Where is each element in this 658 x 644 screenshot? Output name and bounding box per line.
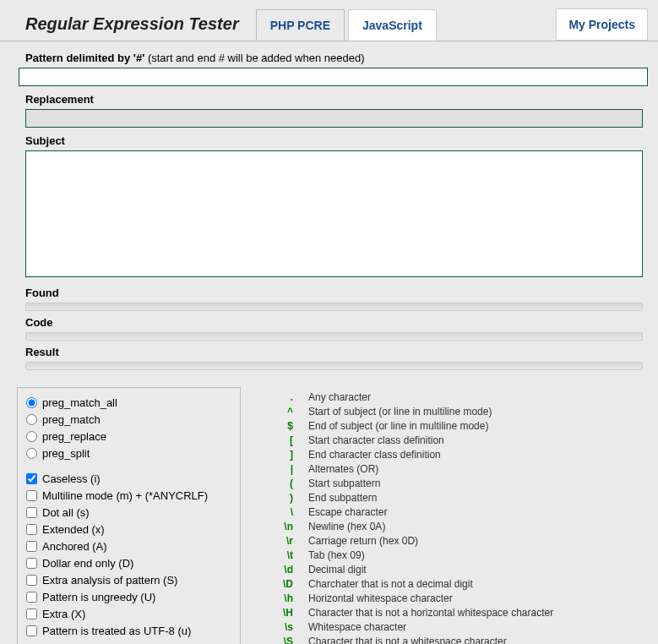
code-output-bar (25, 332, 643, 341)
replacement-label: Replacement (25, 93, 643, 106)
checkbox-dollar[interactable] (26, 558, 37, 569)
checkbox-anchored[interactable] (26, 541, 37, 552)
checkbox-utf8[interactable] (26, 625, 37, 636)
func-preg-match-all[interactable]: preg_match_all (26, 396, 231, 409)
cheat-desc: Escape character (308, 505, 648, 520)
cheat-symbol: \S (275, 635, 308, 644)
opt-extra-analysis[interactable]: Extra analysis of pattern (S) (26, 574, 231, 587)
opt-dollar[interactable]: Dollar end only (D) (26, 557, 231, 570)
my-projects-button[interactable]: My Projects (556, 8, 648, 41)
pattern-hint: (start and end # will be added when need… (144, 52, 364, 64)
label-preg-match: preg_match (42, 413, 101, 426)
pattern-label: Pattern delimited by '#' (start and end … (25, 52, 643, 64)
result-output-bar (25, 362, 643, 370)
cheat-desc: Start character class definition (308, 434, 648, 448)
cheat-desc: Character that is not a horizontal white… (308, 606, 648, 620)
cheat-row: .Any character (275, 390, 648, 405)
cheatsheet: .Any character^Start of subject (or line… (275, 387, 648, 644)
subject-input[interactable] (25, 150, 643, 277)
cheat-symbol: \s (275, 620, 308, 635)
cheat-row: |Alternates (OR) (275, 462, 648, 477)
tab-strip: PHP PCRE JavaScript (256, 9, 437, 41)
cheat-symbol: \t (275, 548, 308, 563)
opt-extra[interactable]: Extra (X) (26, 608, 231, 620)
label-extra-analysis: Extra analysis of pattern (S) (42, 574, 177, 587)
cheat-row: \sWhitespace character (275, 620, 648, 635)
label-extended: Extended (x) (42, 523, 105, 536)
cheat-symbol: \ (275, 505, 308, 520)
cheat-desc: Any character (308, 390, 648, 405)
opt-multiline[interactable]: Multiline mode (m) + (*ANYCRLF) (26, 489, 231, 502)
cheat-desc: Start of subject (or line in multiline m… (308, 405, 648, 419)
cheat-row: \tTab (hex 09) (275, 548, 648, 563)
cheat-desc: Horizontal whitespace character (308, 592, 648, 606)
pattern-input[interactable] (19, 68, 648, 86)
label-extra: Extra (X) (42, 608, 85, 620)
options-panel: preg_match_all preg_match preg_replace p… (17, 387, 241, 644)
cheat-row: (Start subpattern (275, 477, 648, 491)
cheat-symbol: ] (275, 448, 308, 462)
cheat-symbol: ( (275, 477, 308, 491)
opt-caseless[interactable]: Caseless (i) (26, 472, 231, 485)
cheat-desc: Decimal digit (308, 563, 648, 577)
func-preg-replace[interactable]: preg_replace (26, 430, 231, 443)
code-label: Code (25, 316, 643, 329)
cheat-row: ]End character class definition (275, 448, 648, 462)
opt-anchored[interactable]: Anchored (A) (26, 540, 231, 553)
tab-php-pcre[interactable]: PHP PCRE (256, 9, 345, 41)
cheat-row: \Escape character (275, 505, 648, 520)
radio-preg-match[interactable] (26, 414, 37, 425)
radio-preg-replace[interactable] (26, 431, 37, 442)
checkbox-extra[interactable] (26, 609, 37, 619)
cheat-row: \dDecimal digit (275, 563, 648, 577)
label-ungreedy: Pattern is ungreedy (U) (42, 591, 155, 603)
cheat-row: \SCharacter that is not a whitespace cha… (275, 635, 648, 644)
cheat-desc: Tab (hex 09) (308, 548, 648, 563)
label-caseless: Caseless (i) (42, 472, 101, 485)
cheat-symbol: ^ (275, 405, 308, 419)
checkbox-dotall[interactable] (26, 507, 37, 518)
cheat-row: \DCharchater that is not a decimal digit (275, 577, 648, 592)
label-dollar: Dollar end only (D) (42, 557, 133, 570)
cheat-symbol: . (275, 390, 308, 405)
opt-dotall[interactable]: Dot all (s) (26, 506, 231, 519)
radio-preg-split[interactable] (26, 448, 37, 459)
cheat-desc: End of subject (or line in multiline mod… (308, 419, 648, 434)
checkbox-extra-analysis[interactable] (26, 575, 37, 586)
cheat-row: )End subpattern (275, 491, 648, 505)
cheat-desc: Start subpattern (308, 477, 648, 491)
tab-javascript[interactable]: JavaScript (348, 9, 437, 41)
cheat-desc: Whitespace character (308, 620, 648, 635)
cheat-symbol: | (275, 462, 308, 477)
func-preg-match[interactable]: preg_match (26, 413, 231, 426)
checkbox-extended[interactable] (26, 524, 37, 535)
func-preg-split[interactable]: preg_split (26, 447, 231, 460)
checkbox-multiline[interactable] (26, 490, 37, 501)
found-output-bar (25, 303, 643, 311)
cheat-desc: Character that is not a whitespace chara… (308, 635, 648, 644)
cheat-symbol: $ (275, 419, 308, 434)
radio-preg-match-all[interactable] (26, 397, 37, 408)
cheat-symbol: ) (275, 491, 308, 505)
cheat-desc: Carriage return (hex 0D) (308, 534, 648, 548)
opt-extended[interactable]: Extended (x) (26, 523, 231, 536)
subject-label: Subject (25, 134, 643, 147)
result-label: Result (25, 346, 643, 358)
cheat-desc: Newline (hex 0A) (308, 520, 648, 534)
checkbox-caseless[interactable] (26, 473, 37, 484)
cheat-symbol: \D (275, 577, 308, 592)
found-label: Found (25, 287, 643, 299)
opt-utf8[interactable]: Pattern is treated as UTF-8 (u) (26, 625, 231, 637)
label-anchored: Anchored (A) (42, 540, 107, 553)
lower-columns: preg_match_all preg_match preg_replace p… (0, 382, 658, 644)
checkbox-ungreedy[interactable] (26, 592, 37, 603)
cheat-row: ^Start of subject (or line in multiline … (275, 405, 648, 419)
cheat-symbol: \n (275, 520, 308, 534)
cheat-desc: End subpattern (308, 491, 648, 505)
pattern-label-text: Pattern delimited by '#' (25, 52, 144, 64)
page-title: Regular Expression Tester (25, 14, 239, 41)
cheat-symbol: [ (275, 434, 308, 448)
opt-ungreedy[interactable]: Pattern is ungreedy (U) (26, 591, 231, 603)
label-preg-match-all: preg_match_all (42, 396, 117, 409)
replacement-input[interactable] (25, 109, 643, 128)
